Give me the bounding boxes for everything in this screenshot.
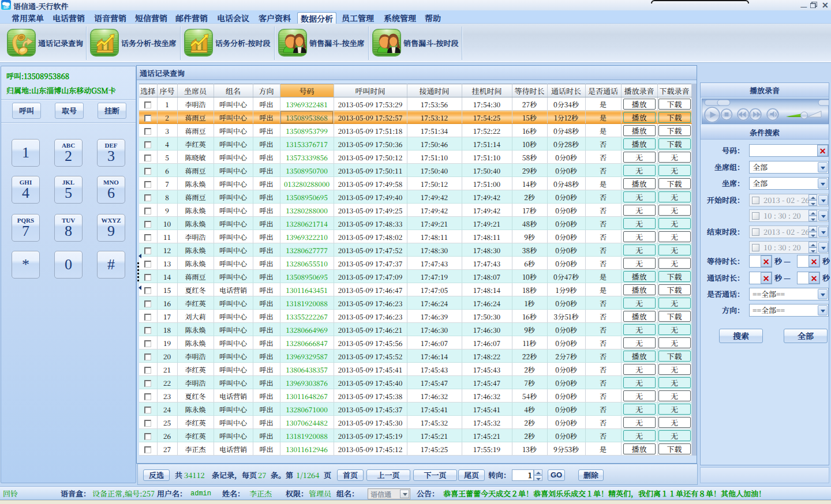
svg-text:SIP: SIP — [3, 6, 9, 9]
